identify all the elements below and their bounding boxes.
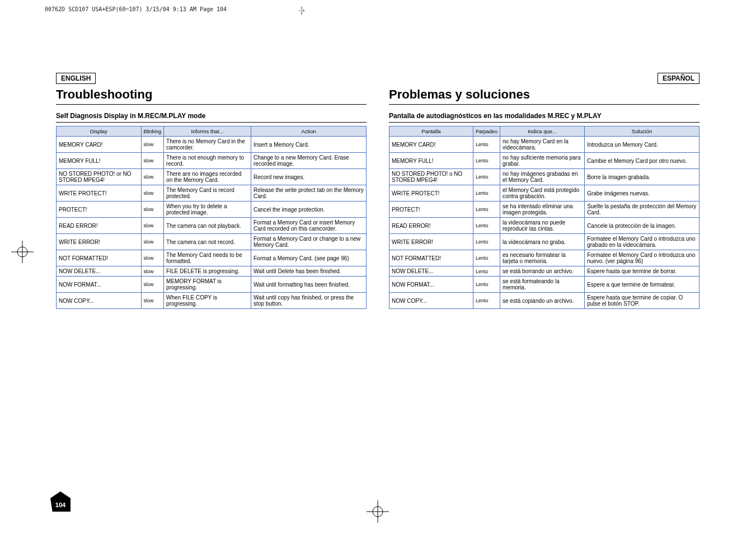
table-row: NOW COPY...slowWhen FILE COPY is progres… — [57, 293, 367, 309]
table-cell: se está formateando la memoria. — [500, 277, 584, 293]
table-cell: no hay suficiente memoria para grabar. — [500, 153, 584, 169]
table-cell: There is no Memory Card in the camcorder… — [164, 137, 251, 153]
page-badge-decoration — [50, 491, 71, 498]
col-header: Parpadeo — [473, 127, 500, 137]
table-cell: MEMORY FULL! — [57, 153, 142, 169]
table-cell: When you try to delete a protected image… — [164, 202, 251, 218]
table-cell: Release the write protect tab on the Mem… — [251, 185, 367, 202]
table-cell: slow — [141, 137, 164, 153]
table-row: NOW FORMAT...Lentose está formateando la… — [389, 277, 699, 293]
table-cell: MEMORY CARD! — [389, 137, 473, 153]
diagnosis-table-en: Display Blinking Informs that... Action … — [56, 126, 367, 309]
table-cell: Wait until copy has finished, or press t… — [251, 293, 367, 309]
table-cell: Lento — [473, 169, 500, 185]
table-cell: NOW COPY... — [389, 293, 473, 309]
table-cell: es necesario formatear la tarjeta o memo… — [500, 250, 584, 266]
table-cell: NOW DELETE... — [57, 266, 142, 277]
table-cell: Lento — [473, 234, 500, 250]
table-cell: NOW FORMAT... — [389, 277, 473, 293]
table-cell: Format a Memory Card. (see page 96) — [251, 250, 367, 266]
table-cell: FILE DELETE is progressing. — [164, 266, 251, 277]
table-cell: There are no images recorded on the Memo… — [164, 169, 251, 185]
col-header: Informs that... — [164, 127, 251, 137]
table-cell: Lento — [473, 277, 500, 293]
table-cell: Espere hasta que termine de copiar. O pu… — [585, 293, 699, 309]
table-cell: NOT FORMATTED! — [389, 250, 473, 266]
registration-mark-icon — [367, 500, 389, 523]
col-header: Display — [57, 127, 142, 137]
table-row: NO STORED PHOTO! or NO STORED MPEG4!slow… — [57, 169, 367, 185]
language-badge-es: ESPAÑOL — [658, 73, 699, 84]
table-cell: slow — [141, 218, 164, 234]
table-cell: Wait until formatting has been finished. — [251, 277, 367, 293]
table-cell: Grabe imágenes nuevas. — [585, 185, 699, 202]
table-cell: Formatee el Memory Card o introduzca uno… — [585, 250, 699, 266]
table-cell: Suelte la pestaña de protección del Memo… — [585, 202, 699, 218]
table-row: WRITE PROTECT!Lentoel Memory Card está p… — [389, 185, 699, 202]
table-cell: Formatee el Memory Card o introduzca uno… — [585, 234, 699, 250]
table-cell: Lento — [473, 137, 500, 153]
table-row: WRITE ERROR!Lentola videocámara no graba… — [389, 234, 699, 250]
table-cell: la videocámara no puede reproducir las c… — [500, 218, 584, 234]
table-cell: NOT FORMATTED! — [57, 250, 142, 266]
table-row: NOW DELETE...slowFILE DELETE is progress… — [57, 266, 367, 277]
table-cell: Espere hasta que termine de borrar. — [585, 266, 699, 277]
table-cell: no hay Memory Card en la videocámara. — [500, 137, 584, 153]
table-cell: Insert a Memory Card. — [251, 137, 367, 153]
table-cell: Format a Memory Card or insert Memory Ca… — [251, 218, 367, 234]
table-cell: slow — [141, 293, 164, 309]
table-cell: When FILE COPY is progressing. — [164, 293, 251, 309]
table-cell: Lento — [473, 293, 500, 309]
section-title-en: Troubleshooting — [56, 87, 367, 105]
table-cell: slow — [141, 234, 164, 250]
table-cell: Cambie el Memory Card por otro nuevo. — [585, 153, 699, 169]
table-cell: slow — [141, 277, 164, 293]
table-cell: WRITE ERROR! — [389, 234, 473, 250]
table-cell: se ha intentado eliminar una imagen prot… — [500, 202, 584, 218]
table-cell: PROTECT! — [389, 202, 473, 218]
table-cell: There is not enough memory to record. — [164, 153, 251, 169]
table-cell: Cancel the image protection. — [251, 202, 367, 218]
table-cell: la videocámara no graba. — [500, 234, 584, 250]
table-row: NOT FORMATTED!slowThe Memory Card needs … — [57, 250, 367, 266]
table-cell: The Memory Card needs to be formatted. — [164, 250, 251, 266]
table-cell: PROTECT! — [57, 202, 142, 218]
table-row: MEMORY FULL!Lentono hay suficiente memor… — [389, 153, 699, 169]
table-cell: Record new images. — [251, 169, 367, 185]
table-cell: Borre la imagen grabada. — [585, 169, 699, 185]
table-cell: READ ERROR! — [389, 218, 473, 234]
diagnosis-table-es: Pantalla Parpadeo Indica que... Solución… — [389, 126, 699, 309]
table-cell: slow — [141, 153, 164, 169]
page-fold-icon — [298, 7, 306, 16]
table-row: MEMORY FULL!slowThere is not enough memo… — [57, 153, 367, 169]
table-row: READ ERROR!Lentola videocámara no puede … — [389, 218, 699, 234]
table-cell: Introduzca un Memory Card. — [585, 137, 699, 153]
table-cell: MEMORY FORMAT is progressing. — [164, 277, 251, 293]
table-cell: Wait until Delete has been finished. — [251, 266, 367, 277]
table-cell: READ ERROR! — [57, 218, 142, 234]
left-column: ENGLISH Troubleshooting Self Diagnosis D… — [56, 73, 367, 309]
table-cell: se está copiando un archivo. — [500, 293, 584, 309]
table-cell: NO STORED PHOTO! or NO STORED MPEG4! — [57, 169, 142, 185]
registration-mark-icon — [11, 241, 34, 263]
table-cell: Lento — [473, 185, 500, 202]
table-cell: slow — [141, 266, 164, 277]
table-cell: NO STORED PHOTO! o NO STORED MPEG4! — [389, 169, 473, 185]
table-cell: Lento — [473, 266, 500, 277]
subsection-title-es: Pantalla de autodiagnósticos en las moda… — [389, 112, 602, 120]
table-cell: Format a Memory Card or change to a new … — [251, 234, 367, 250]
table-row: WRITE ERROR!slowThe camera can not recor… — [57, 234, 367, 250]
table-row: NOW FORMAT...slowMEMORY FORMAT is progre… — [57, 277, 367, 293]
table-cell: slow — [141, 185, 164, 202]
table-cell: Lento — [473, 202, 500, 218]
table-row: WRITE PROTECT!slowThe Memory Card is rec… — [57, 185, 367, 202]
table-row: PROTECT!slowWhen you try to delete a pro… — [57, 202, 367, 218]
table-cell: slow — [141, 250, 164, 266]
section-title-es: Problemas y soluciones — [389, 87, 699, 105]
col-header: Action — [251, 127, 367, 137]
table-cell: Espere a que termine de formatear. — [585, 277, 699, 293]
table-row: MEMORY CARD!slowThere is no Memory Card … — [57, 137, 367, 153]
table-cell: Cancele la protección de la imagen. — [585, 218, 699, 234]
table-cell: Lento — [473, 218, 500, 234]
table-cell: el Memory Card está protegido contra gra… — [500, 185, 584, 202]
